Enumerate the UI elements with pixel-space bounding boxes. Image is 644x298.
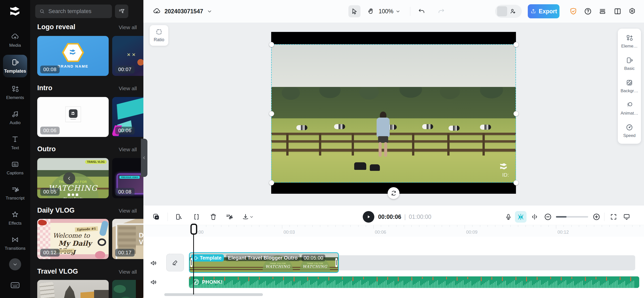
sidebar-item-transcript[interactable]: Transcript [0,185,30,201]
sidebar-item-elements[interactable]: Elements [0,85,30,100]
panel-collapse-handle[interactable] [141,139,147,177]
zoom-level: 100% [379,8,393,15]
resize-handle-bottom-left[interactable] [269,180,274,185]
carousel-prev-button[interactable] [63,172,75,184]
redo-button[interactable] [435,5,447,17]
edit-cover-button[interactable] [166,254,184,271]
trim-handle-right[interactable] [335,258,337,267]
template-video-clip[interactable]: THANK YOU FOR WATCHING THANK YOU FOR WAT… [189,252,339,273]
tool-elements[interactable]: Eleme… [621,34,637,49]
elements-icon [626,34,633,42]
resize-handle-top-left[interactable] [269,42,274,47]
record-voiceover-button[interactable] [503,211,514,223]
fit-timeline-button[interactable] [529,211,540,223]
cow [422,124,433,129]
trim-handle-left[interactable] [190,258,192,267]
resize-handle-mid-right[interactable] [513,111,519,116]
filter-button[interactable] [115,5,128,18]
video-canvas[interactable]: ID: [271,32,516,194]
tool-basic[interactable]: Basic [624,57,635,71]
capcut-logo[interactable] [9,6,21,17]
collaborator-pill[interactable] [495,5,522,18]
view-all-link[interactable]: View all [119,208,137,214]
project-title-menu[interactable]: 202403071547 [153,0,212,23]
timeline-horizontal-scrollbar[interactable] [164,293,263,296]
sidebar-item-label: Transcript [6,196,25,201]
hand-tool-button[interactable] [365,5,377,17]
template-card-travel-vlog-2[interactable] [112,280,143,298]
pencil-icon [172,259,179,266]
keyboard-shortcuts-button[interactable] [11,281,20,289]
split-button[interactable] [191,211,202,223]
delete-button[interactable] [208,211,219,223]
template-card-travel-vlog-1[interactable] [37,280,109,298]
template-card-outro-2[interactable]: PREVIOUS VIDEO T 00:08 [112,158,143,198]
rotate-icon [390,190,397,196]
fullscreen-button[interactable] [608,211,619,223]
search-input[interactable] [48,8,108,15]
sidebar-item-text[interactable]: Text [0,135,30,151]
ratio-button[interactable]: Ratio [150,25,168,46]
audio-clip[interactable]: PHONK! [189,276,639,288]
mute-video-track-button[interactable] [150,259,157,267]
sidebar-item-transitions[interactable]: Transitions [0,236,30,251]
deco-portrait-body [141,296,143,298]
layout-panels-button[interactable] [613,7,622,16]
chevron-down-icon [249,215,254,219]
view-all-link[interactable]: View all [119,85,137,91]
template-card-logo-reveal-1[interactable]: BRAND NAME 00:08 [37,36,109,76]
cow [480,125,491,130]
nav-more-button[interactable] [9,258,21,270]
help-button[interactable] [584,7,592,16]
sidebar-item-captions[interactable]: Captions [0,160,30,176]
canvas-zoom-select[interactable]: 100% [379,0,400,23]
minus-circle-icon [544,213,552,221]
empty-video-track[interactable] [338,255,635,270]
extract-transcript-button[interactable] [223,211,235,223]
undo-button[interactable] [416,5,428,17]
ruler-tick-label: 00:03 [284,230,295,235]
overlay-tools-button[interactable] [150,211,162,223]
playhead-handle[interactable] [190,224,197,235]
settings-button[interactable] [628,7,636,16]
safety-shield-button[interactable] [569,7,578,16]
sidebar-item-templates[interactable]: Templates [3,55,27,77]
preview-display-button[interactable] [621,211,632,223]
export-button[interactable]: Export [528,4,559,18]
smart-tools-button[interactable] [515,211,527,223]
view-all-link[interactable]: View all [119,24,137,30]
resize-handle-top-right[interactable] [513,42,519,47]
cursor-tool-button[interactable] [348,5,360,17]
duration-badge: 00:12 [40,249,60,257]
drafts-button[interactable] [598,7,607,16]
cow [296,125,307,130]
sidebar-item-media[interactable]: Media [0,33,30,48]
resize-handle-bottom-right[interactable] [513,180,519,185]
template-card-daily-vlog-1[interactable]: Episode #1 Welcome to My Daily Vlog @you… [37,219,109,259]
template-card-intro-1[interactable]: 00:06 [37,97,109,137]
zoom-out-button[interactable] [542,211,554,223]
template-card-daily-vlog-2[interactable]: DAILY VLOG 00:17 [112,219,143,259]
view-all-link[interactable]: View all [119,146,137,153]
tool-background[interactable]: Backgr… [621,79,638,93]
timeline-play-button[interactable] [363,211,374,223]
tool-speed[interactable]: Speed [623,124,635,138]
video-frame: ID: [271,44,516,183]
hexagon-logo [62,42,84,63]
download-button[interactable] [239,211,256,223]
timeline-zoom-slider[interactable] [556,216,588,218]
timeline-ruler[interactable]: 00:0000:0300:0600:0900:12 [143,225,644,237]
view-all-link[interactable]: View all [119,269,137,275]
zoom-in-button[interactable] [591,211,602,223]
template-card-logo-reveal-2[interactable]: ✕ ✕ 00:07 [112,36,143,76]
sidebar-item-audio[interactable]: Audio [0,110,30,125]
sidebar-item-effects[interactable]: Effects [0,211,30,226]
resize-handle-mid-left[interactable] [269,111,274,116]
template-card-intro-2[interactable]: 00:06 [112,97,143,137]
clip-overlay-text: WATCHING [265,264,290,269]
tool-label: Speed [623,133,635,138]
mute-audio-track-button[interactable] [150,278,157,286]
tool-animation[interactable]: Animat… [621,101,638,116]
rotate-handle[interactable] [388,187,399,199]
export-clip-button[interactable] [173,211,185,223]
